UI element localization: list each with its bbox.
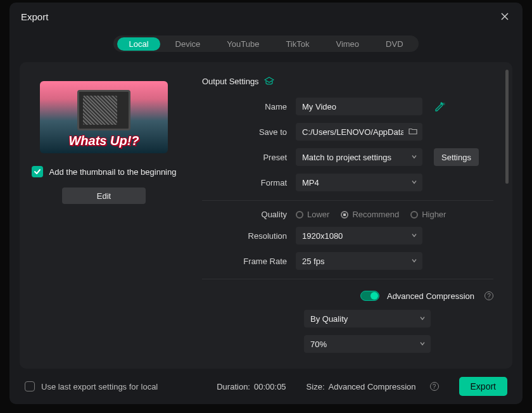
add-thumbnail-row: Add the thumbnail to the beginning [32, 166, 177, 177]
saveto-row: Save to C:/Users/LENOVO/AppData/R [202, 123, 493, 141]
preset-row: Preset Match to project settings Setting… [202, 148, 493, 166]
format-select[interactable]: MP4 [296, 174, 422, 191]
duration-info: Duration:00:00:05 [217, 382, 286, 391]
tab-tiktok[interactable]: TikTok [274, 37, 320, 51]
svg-text:AI: AI [442, 102, 445, 106]
framerate-select[interactable]: 25 fps [296, 252, 422, 270]
chevron-down-icon [411, 178, 417, 187]
advanced-compression-toggle[interactable] [360, 291, 379, 301]
resolution-select[interactable]: 1920x1080 [296, 227, 422, 245]
close-icon[interactable] [498, 10, 511, 23]
quality-row: Quality Lower Recommend Higher [202, 210, 493, 219]
resolution-label: Resolution [202, 231, 296, 241]
preset-settings-button[interactable]: Settings [434, 148, 479, 166]
chevron-down-icon [411, 153, 417, 162]
export-button[interactable]: Export [459, 377, 507, 396]
quality-lower[interactable]: Lower [296, 210, 329, 219]
resolution-row: Resolution 1920x1080 [202, 227, 493, 245]
export-tabs: Local Device YouTube TikTok Vimeo DVD [113, 35, 418, 52]
add-thumbnail-checkbox[interactable] [32, 166, 43, 177]
preset-label: Preset [202, 153, 296, 162]
saveto-value: C:/Users/LENOVO/AppData/R [302, 127, 403, 137]
saveto-label: Save to [202, 127, 296, 137]
resolution-value: 1920x1080 [302, 231, 343, 241]
format-row: Format MP4 [202, 174, 493, 191]
titlebar: Export [10, 3, 522, 30]
thumbnail-preview[interactable]: Whats Up!? [40, 81, 168, 153]
preset-value: Match to project settings [302, 153, 391, 162]
use-last-checkbox[interactable] [25, 381, 35, 391]
preset-select[interactable]: Match to project settings [296, 148, 422, 166]
framerate-row: Frame Rate 25 fps [202, 252, 493, 270]
framerate-value: 25 fps [302, 257, 324, 266]
quality-higher[interactable]: Higher [410, 210, 446, 219]
advanced-compression-row: Advanced Compression ? [202, 291, 493, 301]
tab-local[interactable]: Local [117, 37, 160, 51]
tabs-row: Local Device YouTube TikTok Vimeo DVD [10, 30, 522, 62]
name-field[interactable] [302, 102, 416, 111]
export-dialog: Export Local Device YouTube TikTok Vimeo… [10, 3, 522, 404]
name-label: Name [202, 102, 296, 111]
chevron-down-icon [419, 340, 426, 349]
framerate-label: Frame Rate [202, 257, 296, 266]
chevron-down-icon [419, 314, 426, 324]
dialog-footer: Use last export settings for local Durat… [10, 369, 522, 404]
help-icon[interactable]: ? [484, 291, 493, 300]
tab-vimeo[interactable]: Vimeo [324, 37, 370, 51]
quality-recommend[interactable]: Recommend [341, 210, 399, 219]
chevron-down-icon [411, 231, 417, 241]
quality-label: Quality [202, 210, 296, 219]
format-label: Format [202, 178, 296, 187]
grad-cap-icon[interactable] [264, 76, 274, 86]
adv-level-value: 70% [310, 340, 327, 349]
divider [202, 279, 493, 279]
adv-level-select[interactable]: 70% [304, 335, 431, 353]
chevron-down-icon [411, 257, 417, 266]
thumbnail-panel: Whats Up!? Add the thumbnail to the begi… [20, 62, 188, 369]
adv-mode-value: By Quality [310, 314, 348, 324]
tab-dvd[interactable]: DVD [374, 37, 414, 51]
name-input[interactable] [296, 98, 422, 115]
output-settings-header: Output Settings [202, 76, 493, 86]
edit-thumbnail-button[interactable]: Edit [62, 187, 146, 204]
quality-radios: Lower Recommend Higher [296, 210, 446, 219]
scrollbar[interactable] [505, 70, 509, 184]
thumbnail-overlay-text: Whats Up!? [40, 134, 168, 148]
add-thumbnail-label: Add the thumbnail to the beginning [49, 167, 177, 177]
format-value: MP4 [302, 178, 319, 187]
size-info: Size: Advanced Compression ? [307, 382, 439, 391]
adv-mode-row: By Quality [202, 310, 493, 327]
help-icon[interactable]: ? [430, 382, 439, 391]
dialog-body: Whats Up!? Add the thumbnail to the begi… [10, 62, 522, 369]
divider [202, 200, 493, 201]
tab-youtube[interactable]: YouTube [215, 37, 270, 51]
tab-device[interactable]: Device [164, 37, 212, 51]
use-last-label: Use last export settings for local [41, 382, 158, 391]
ai-rename-icon[interactable]: AI [434, 101, 445, 112]
adv-level-row: 70% [202, 335, 493, 353]
folder-icon[interactable] [408, 127, 417, 137]
adv-mode-select[interactable]: By Quality [304, 310, 431, 327]
settings-panel: Output Settings Name AI Save to C:/Users… [188, 62, 512, 369]
dialog-title: Export [21, 11, 48, 22]
advanced-compression-label: Advanced Compression [387, 291, 474, 301]
saveto-input[interactable]: C:/Users/LENOVO/AppData/R [296, 123, 422, 141]
output-settings-label: Output Settings [202, 77, 259, 86]
name-row: Name AI [202, 98, 493, 115]
